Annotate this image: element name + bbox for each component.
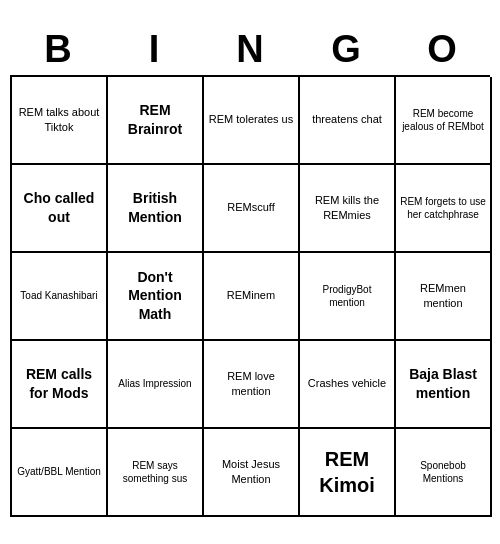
bingo-cell-14: REMmen mention (396, 253, 492, 341)
bingo-cell-16: Alias Impression (108, 341, 204, 429)
bingo-cell-19: Baja Blast mention (396, 341, 492, 429)
bingo-cell-0: REM talks about Tiktok (12, 77, 108, 165)
bingo-cell-1: REM Brainrot (108, 77, 204, 165)
bingo-cell-5: Cho called out (12, 165, 108, 253)
bingo-cell-4: REM become jealous of REMbot (396, 77, 492, 165)
bingo-cell-22: Moist Jesus Mention (204, 429, 300, 517)
bingo-cell-2: REM tolerates us (204, 77, 300, 165)
bingo-cell-15: REM calls for Mods (12, 341, 108, 429)
bingo-cell-17: REM love mention (204, 341, 300, 429)
bingo-cell-6: British Mention (108, 165, 204, 253)
bingo-cell-8: REM kills the REMmies (300, 165, 396, 253)
bingo-card: BINGO REM talks about TiktokREM Brainrot… (10, 28, 490, 517)
bingo-cell-20: Gyatt/BBL Mention (12, 429, 108, 517)
bingo-cell-23: REM Kimoi (300, 429, 396, 517)
bingo-grid: REM talks about TiktokREM BrainrotREM to… (10, 75, 490, 517)
bingo-cell-24: Sponebob Mentions (396, 429, 492, 517)
bingo-cell-10: Toad Kanashibari (12, 253, 108, 341)
bingo-cell-9: REM forgets to use her catchphrase (396, 165, 492, 253)
bingo-letter-i: I (110, 28, 198, 71)
bingo-letter-o: O (398, 28, 486, 71)
bingo-header: BINGO (10, 28, 490, 71)
bingo-cell-21: REM says something sus (108, 429, 204, 517)
bingo-cell-11: Don't Mention Math (108, 253, 204, 341)
bingo-cell-3: threatens chat (300, 77, 396, 165)
bingo-letter-n: N (206, 28, 294, 71)
bingo-letter-g: G (302, 28, 390, 71)
bingo-cell-12: REMinem (204, 253, 300, 341)
bingo-cell-13: ProdigyBot mention (300, 253, 396, 341)
bingo-cell-7: REMscuff (204, 165, 300, 253)
bingo-letter-b: B (14, 28, 102, 71)
bingo-cell-18: Crashes vehicle (300, 341, 396, 429)
